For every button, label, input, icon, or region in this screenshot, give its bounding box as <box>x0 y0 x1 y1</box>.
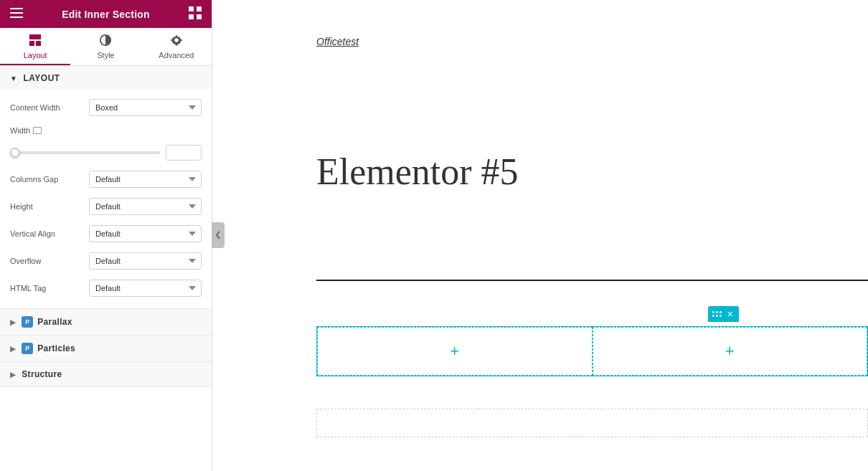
parallax-label: Parallax <box>37 317 72 327</box>
tab-advanced-label: Advanced <box>159 51 194 60</box>
svg-rect-4 <box>197 6 202 11</box>
svg-rect-2 <box>10 16 23 18</box>
overflow-control: Default Hidden <box>89 252 202 270</box>
inner-section-border: + + <box>316 326 868 376</box>
panel-collapse-toggle[interactable] <box>212 222 225 248</box>
inner-col-1[interactable]: + <box>317 327 593 376</box>
drag-dot <box>720 311 722 313</box>
sidebar: Edit Inner Section Layout Style Advanced <box>0 0 212 471</box>
structure-section[interactable]: ▶ Structure <box>0 362 212 387</box>
panel-title: Edit Inner Section <box>62 9 150 20</box>
layout-section: ▼ Layout Content Width Boxed Full Width <box>0 66 212 309</box>
svg-rect-7 <box>29 34 41 39</box>
columns-gap-select[interactable]: Default No Gap Narrow Extended Wide <box>89 171 202 188</box>
advanced-icon <box>170 34 183 48</box>
drag-dot <box>712 315 714 317</box>
tab-style[interactable]: Style <box>70 28 141 65</box>
height-control: Default Fit To Screen Min Height <box>89 198 202 215</box>
columns-gap-label: Columns Gap <box>10 175 89 184</box>
width-slider-row <box>10 145 202 161</box>
html-tag-control: Default div header footer <box>89 280 202 297</box>
width-slider-thumb[interactable] <box>10 148 20 158</box>
layout-section-header[interactable]: ▼ Layout <box>0 66 212 90</box>
height-select[interactable]: Default Fit To Screen Min Height <box>89 198 202 215</box>
svg-rect-3 <box>189 6 194 11</box>
inner-section-toolbar: × <box>708 306 739 322</box>
svg-rect-8 <box>29 41 34 46</box>
svg-rect-1 <box>10 12 23 14</box>
chevron-right-icon-2: ▶ <box>10 345 16 353</box>
sidebar-header: Edit Inner Section <box>0 0 212 28</box>
tab-layout-label: Layout <box>24 51 47 60</box>
width-slider-input[interactable] <box>166 145 202 161</box>
columns-gap-control: Default No Gap Narrow Extended Wide <box>89 171 202 188</box>
svg-rect-0 <box>10 8 23 9</box>
width-slider-track[interactable] <box>10 151 160 154</box>
add-widget-button-1[interactable]: + <box>450 342 459 361</box>
vertical-align-label: Vertical Align <box>10 229 89 238</box>
html-tag-row: HTML Tag Default div header footer <box>10 280 202 297</box>
monitor-icon <box>33 127 42 134</box>
height-label: Height <box>10 202 89 211</box>
content-width-select[interactable]: Boxed Full Width <box>89 99 202 116</box>
drag-dot <box>716 315 718 317</box>
chevron-right-icon: ▶ <box>10 318 16 326</box>
width-row: Width <box>10 126 202 135</box>
page-heading: Elementor #5 <box>316 151 519 193</box>
inner-col-2[interactable]: + <box>593 327 868 376</box>
drag-dot <box>716 311 718 313</box>
drag-dot <box>712 311 714 313</box>
layout-section-title: Layout <box>23 73 60 83</box>
overflow-row: Overflow Default Hidden <box>10 252 202 270</box>
tab-layout[interactable]: Layout <box>0 28 70 65</box>
dashed-section <box>316 409 868 437</box>
grid-icon[interactable] <box>189 6 202 22</box>
inner-section-container: × + + <box>316 326 868 391</box>
panel-content: ▼ Layout Content Width Boxed Full Width <box>0 66 212 471</box>
officetest-link[interactable]: Officetest <box>316 36 359 47</box>
height-row: Height Default Fit To Screen Min Height <box>10 198 202 215</box>
vertical-align-select[interactable]: Default Top Middle Bottom <box>89 225 202 242</box>
drag-handle[interactable] <box>712 311 722 317</box>
main-canvas: Officetest Elementor #5 × + + <box>212 0 868 471</box>
svg-rect-6 <box>197 14 202 19</box>
html-tag-select[interactable]: Default div header footer <box>89 280 202 297</box>
overflow-select[interactable]: Default Hidden <box>89 252 202 270</box>
html-tag-label: HTML Tag <box>10 284 89 292</box>
panel-tabs: Layout Style Advanced <box>0 28 212 66</box>
chevron-down-icon: ▼ <box>10 75 17 82</box>
chevron-right-icon-3: ▶ <box>10 371 16 379</box>
style-icon <box>99 34 112 48</box>
vertical-align-row: Vertical Align Default Top Middle Bottom <box>10 225 202 242</box>
tab-advanced[interactable]: Advanced <box>141 28 212 65</box>
particles-label: Particles <box>37 343 75 353</box>
layout-form-body: Content Width Boxed Full Width Width <box>0 90 212 308</box>
parallax-badge: P <box>22 316 33 328</box>
svg-rect-5 <box>189 14 194 19</box>
content-width-control: Boxed Full Width <box>89 99 202 116</box>
width-label: Width <box>10 126 89 135</box>
inner-section-close-button[interactable]: × <box>726 308 735 320</box>
overflow-label: Overflow <box>10 257 89 265</box>
particles-badge: P <box>22 343 33 354</box>
content-width-row: Content Width Boxed Full Width <box>10 99 202 116</box>
parallax-section[interactable]: ▶ P Parallax <box>0 309 212 336</box>
layout-icon <box>29 34 42 48</box>
vertical-align-control: Default Top Middle Bottom <box>89 225 202 242</box>
divider-line <box>316 280 868 281</box>
tab-style-label: Style <box>97 51 114 60</box>
particles-section[interactable]: ▶ P Particles <box>0 336 212 362</box>
hamburger-icon[interactable] <box>10 8 23 21</box>
drag-dot <box>720 315 722 317</box>
structure-label: Structure <box>22 369 62 379</box>
svg-rect-9 <box>36 41 41 46</box>
content-width-label: Content Width <box>10 103 89 112</box>
add-widget-button-2[interactable]: + <box>725 342 735 361</box>
columns-gap-row: Columns Gap Default No Gap Narrow Extend… <box>10 171 202 188</box>
